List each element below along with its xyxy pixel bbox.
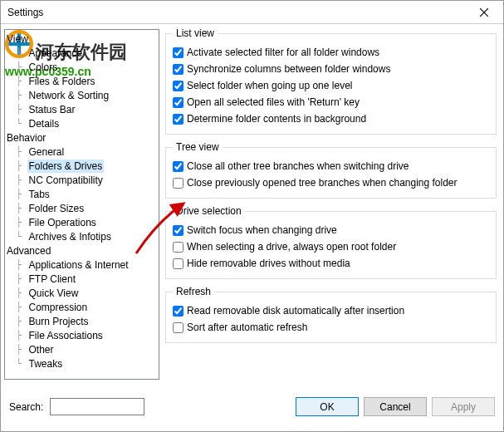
tree-appearance[interactable]: ├ Appearance — [5, 46, 159, 60]
legend-tree-view: Tree view — [173, 141, 223, 153]
window-title: Settings — [7, 7, 43, 18]
legend-drive-selection: Drive selection — [173, 205, 245, 217]
title-bar: Settings — [1, 1, 503, 24]
group-tree-view: Tree view Close all other tree branches … — [165, 141, 497, 199]
nav-tree[interactable]: 河东软件园 www.pc0359.cn View ├ Appearance ├ … — [4, 29, 159, 380]
group-list-view: List view Activate selected filter for a… — [165, 27, 497, 135]
tree-network-sorting[interactable]: ├ Network & Sorting — [5, 88, 159, 102]
tree-tabs[interactable]: ├ Tabs — [5, 187, 159, 201]
tree-compression[interactable]: ├ Compression — [5, 300, 159, 314]
tree-ftp-client[interactable]: ├ FTP Client — [5, 272, 159, 286]
chk-bg-contents[interactable]: Determine folder contents in background — [173, 110, 489, 127]
tree-general[interactable]: ├ General — [5, 145, 159, 159]
tree-archives-infotips[interactable]: └ Archives & Infotips — [5, 229, 159, 243]
tree-details[interactable]: └ Details — [5, 116, 159, 130]
chk-sort-after[interactable]: Sort after automatic refresh — [173, 319, 489, 336]
tree-files-folders[interactable]: ├ Files & Folders — [5, 74, 159, 88]
content-area: 河东软件园 www.pc0359.cn View ├ Appearance ├ … — [1, 24, 503, 385]
tree-burn-projects[interactable]: ├ Burn Projects — [5, 314, 159, 328]
group-refresh: Refresh Read removable disk automaticall… — [165, 286, 497, 343]
search-input[interactable] — [50, 398, 144, 415]
group-drive-selection: Drive selection Switch focus when changi… — [165, 205, 497, 279]
tree-panel: 河东软件园 www.pc0359.cn View ├ Appearance ├ … — [1, 24, 164, 385]
tree-file-assoc[interactable]: ├ File Associations — [5, 328, 159, 342]
settings-panel: List view Activate selected filter for a… — [164, 24, 503, 385]
apply-button: Apply — [432, 397, 495, 416]
tree-nc-compat[interactable]: ├ NC Compatibility — [5, 173, 159, 187]
cancel-button[interactable]: Cancel — [364, 397, 427, 416]
chk-switch-focus[interactable]: Switch focus when changing drive — [173, 222, 489, 238]
chk-close-change[interactable]: Close previously opened tree branches wh… — [173, 174, 489, 191]
tree-view[interactable]: View — [5, 32, 159, 46]
close-button[interactable] — [465, 1, 503, 24]
chk-activate-filter[interactable]: Activate selected filter for all folder … — [173, 44, 489, 61]
tree-folders-drives[interactable]: ├ Folders & Drives — [5, 159, 159, 173]
tree-folder-sizes[interactable]: ├ Folder Sizes — [5, 201, 159, 215]
tree-apps-internet[interactable]: ├ Applications & Internet — [5, 258, 159, 272]
chk-read-auto[interactable]: Read removable disk automatically after … — [173, 302, 489, 319]
chk-select-parent[interactable]: Select folder when going up one level — [173, 77, 489, 94]
tree-file-ops[interactable]: ├ File Operations — [5, 215, 159, 229]
bottom-bar: Search: OK Cancel Apply — [1, 385, 503, 428]
tree-status-bar[interactable]: ├ Status Bar — [5, 102, 159, 116]
ok-button[interactable]: OK — [296, 397, 359, 416]
chk-open-root[interactable]: When selecting a drive, always open root… — [173, 238, 489, 255]
tree-tweaks[interactable]: └ Tweaks — [5, 356, 159, 371]
legend-list-view: List view — [173, 27, 218, 39]
search-label: Search: — [9, 401, 43, 413]
tree-other[interactable]: ├ Other — [5, 342, 159, 356]
chk-open-return[interactable]: Open all selected files with 'Return' ke… — [173, 94, 489, 110]
tree-behavior[interactable]: Behavior — [5, 130, 159, 145]
chk-close-switch[interactable]: Close all other tree branches when switc… — [173, 158, 489, 174]
legend-refresh: Refresh — [173, 286, 214, 297]
tree-colors[interactable]: ├ Colors — [5, 60, 159, 74]
tree-quick-view[interactable]: ├ Quick View — [5, 286, 159, 300]
tree-advanced[interactable]: Advanced — [5, 243, 159, 258]
close-icon — [480, 8, 488, 17]
chk-sync-columns[interactable]: Synchronize columns between folder windo… — [173, 61, 489, 77]
chk-hide-removable[interactable]: Hide removable drives without media — [173, 255, 489, 272]
